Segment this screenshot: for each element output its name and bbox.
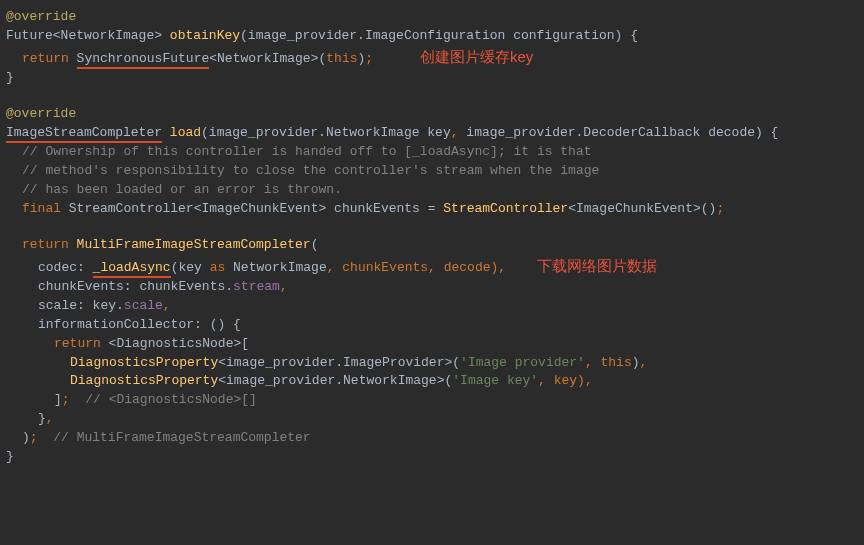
infocollector-open: informationCollector: () {: [6, 316, 858, 335]
note-create-cache-key: 创建图片缓存key: [420, 48, 533, 65]
method-name: obtainKey: [170, 28, 240, 43]
mfisc-close: ); // MultiFrameImageStreamCompleter: [6, 429, 858, 448]
loadasync-underlined: _loadAsync: [93, 260, 171, 278]
diagnostics-prop-1: DiagnosticsProperty<image_provider.Image…: [6, 354, 858, 373]
blank-line: [6, 87, 858, 105]
diagnostics-prop-2: DiagnosticsProperty<image_provider.Netwo…: [6, 372, 858, 391]
load-signature: ImageStreamCompleter load(image_provider…: [6, 124, 858, 143]
info-close: },: [6, 410, 858, 429]
list-close: ]; // <DiagnosticsNode>[]: [6, 391, 858, 410]
annotation-line: @override: [6, 105, 858, 124]
info-return: return <DiagnosticsNode>[: [6, 335, 858, 354]
load-close: }: [6, 448, 858, 467]
comment-line: // Ownership of this controller is hande…: [6, 143, 858, 162]
chunkevents-decl: final StreamController<ImageChunkEvent> …: [6, 200, 858, 219]
note-download: 下载网络图片数据: [537, 257, 657, 274]
override-annotation: @override: [6, 9, 76, 24]
code-block: @override Future<NetworkImage> obtainKey…: [6, 8, 858, 467]
obtainKey-close: }: [6, 69, 858, 88]
comment-line: // method's responsibility to close the …: [6, 162, 858, 181]
synchronousfuture-underlined: SynchronousFuture: [77, 51, 210, 69]
codec-line: codec: _loadAsync(key as NetworkImage, c…: [6, 255, 858, 278]
return-mfisc: return MultiFrameImageStreamCompleter(: [6, 236, 858, 255]
obtainKey-return: return SynchronousFuture<NetworkImage>(t…: [6, 46, 858, 69]
method-name: load: [162, 125, 201, 140]
comment-line: // has been loaded or an error is thrown…: [6, 181, 858, 200]
chunkevents-arg: chunkEvents: chunkEvents.stream,: [6, 278, 858, 297]
annotation-line: @override: [6, 8, 858, 27]
scale-arg: scale: key.scale,: [6, 297, 858, 316]
imagestreamcompleter-underlined: ImageStreamCompleter: [6, 125, 162, 143]
obtainKey-signature: Future<NetworkImage> obtainKey(image_pro…: [6, 27, 858, 46]
blank-line: [6, 218, 858, 236]
